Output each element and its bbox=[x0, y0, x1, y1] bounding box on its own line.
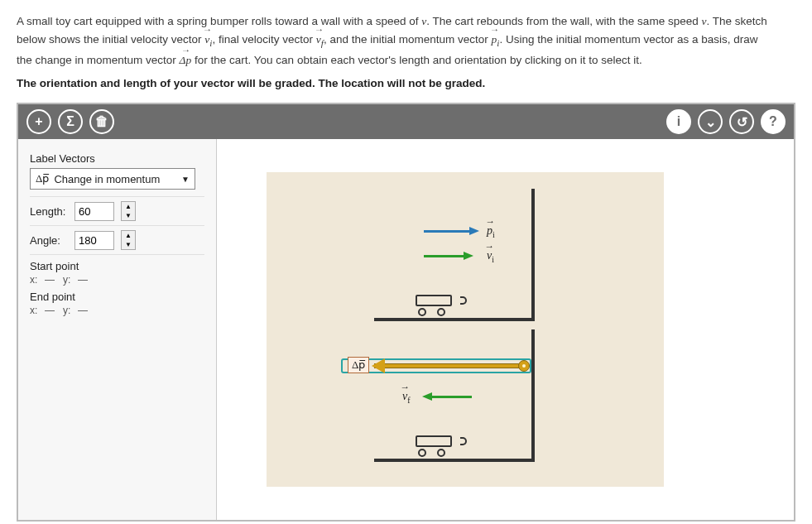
selected-vector-symbol: Δp̅ bbox=[36, 172, 49, 185]
vector-vf-label: vf bbox=[402, 388, 411, 405]
angle-label: Angle: bbox=[30, 234, 68, 247]
cart-after bbox=[416, 435, 460, 455]
chevron-down-icon: ⌄ bbox=[705, 114, 716, 130]
plus-icon: + bbox=[35, 114, 42, 129]
add-vector-button[interactable]: + bbox=[26, 109, 51, 134]
vector-pi-head bbox=[469, 227, 479, 235]
angle-row: Angle: ▲ ▼ bbox=[30, 225, 204, 254]
label-vectors-heading: Label Vectors bbox=[30, 147, 204, 168]
start-point-label: Start point bbox=[30, 260, 204, 272]
reset-icon: ↺ bbox=[737, 114, 747, 130]
length-row: Length: ▲ ▼ bbox=[30, 196, 204, 225]
vector-vi-label: vi bbox=[487, 248, 494, 264]
delete-vector-button[interactable]: 🗑 bbox=[89, 109, 114, 134]
vector-selector-dropdown[interactable]: Δp̅ Change in momentum ▼ bbox=[30, 168, 195, 190]
vector-vi[interactable] bbox=[424, 255, 464, 257]
sigma-icon: Σ bbox=[66, 114, 74, 129]
start-x-value: — bbox=[45, 274, 55, 286]
length-label: Length: bbox=[30, 205, 68, 218]
end-point-label: End point bbox=[30, 291, 204, 303]
sum-vectors-button[interactable]: Σ bbox=[58, 109, 83, 134]
scene: pi vi vf bbox=[267, 172, 664, 487]
workspace: Label Vectors Δp̅ Change in momentum ▼ L… bbox=[18, 139, 794, 520]
angle-down-button[interactable]: ▼ bbox=[122, 240, 135, 249]
selected-vector-desc: Change in momentum bbox=[54, 173, 160, 185]
floor-bottom bbox=[374, 459, 535, 462]
angle-spinner: ▲ ▼ bbox=[121, 230, 136, 250]
reset-button[interactable]: ↺ bbox=[729, 109, 754, 134]
trash-icon: 🗑 bbox=[95, 114, 108, 129]
chevron-down-icon: ▼ bbox=[181, 175, 190, 184]
vector-vf-head bbox=[422, 392, 432, 401]
angle-up-button[interactable]: ▲ bbox=[122, 231, 135, 240]
end-x-value: — bbox=[45, 305, 55, 316]
vector-pi[interactable] bbox=[424, 230, 469, 233]
problem-instructions: A small toy cart equipped with a spring … bbox=[0, 0, 812, 74]
wall-bottom-vertical bbox=[531, 329, 535, 462]
length-down-button[interactable]: ▼ bbox=[122, 211, 135, 220]
info-icon: i bbox=[677, 114, 680, 129]
start-point-section: Start point x:— y:— End point x:— y:— bbox=[30, 254, 204, 325]
drawing-canvas[interactable]: pi vi vf bbox=[217, 139, 794, 520]
vector-pi-label: pi bbox=[487, 223, 495, 239]
floor-top bbox=[374, 318, 535, 321]
info-button[interactable]: i bbox=[666, 109, 691, 134]
grading-note: The orientation and length of your vecto… bbox=[0, 74, 812, 103]
angle-input[interactable] bbox=[74, 231, 114, 250]
end-y-value: — bbox=[78, 305, 88, 316]
vector-tool-frame: + Σ 🗑 i ⌄ ↺ ? Label Vectors Δp̅ Change i… bbox=[17, 103, 795, 522]
expand-button[interactable]: ⌄ bbox=[698, 109, 723, 134]
length-up-button[interactable]: ▲ bbox=[122, 202, 135, 211]
vector-delta-p-label: Δp̅ bbox=[348, 357, 369, 373]
question-icon: ? bbox=[769, 114, 777, 129]
start-y-value: — bbox=[78, 274, 88, 286]
cart-before bbox=[416, 295, 460, 315]
properties-panel: Label Vectors Δp̅ Change in momentum ▼ L… bbox=[18, 139, 217, 520]
help-button[interactable]: ? bbox=[761, 109, 786, 134]
vector-vf[interactable] bbox=[432, 396, 472, 398]
toolbar: + Σ 🗑 i ⌄ ↺ ? bbox=[18, 104, 794, 139]
length-spinner: ▲ ▼ bbox=[121, 201, 136, 221]
vector-vi-head bbox=[464, 252, 473, 260]
wall-top-vertical bbox=[531, 189, 535, 321]
length-input[interactable] bbox=[74, 202, 114, 221]
